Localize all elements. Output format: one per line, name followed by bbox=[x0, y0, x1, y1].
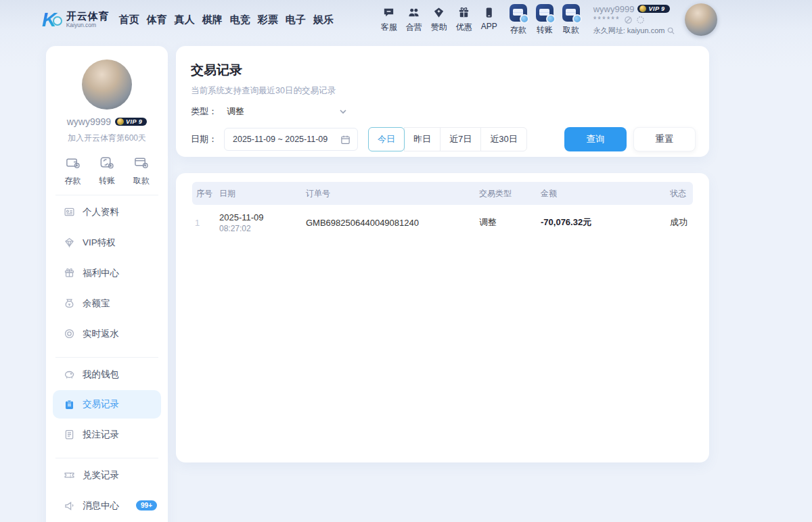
profile-avatar[interactable] bbox=[82, 60, 132, 110]
withdraw-button[interactable]: 取款 bbox=[562, 4, 580, 36]
table-row: 1 2025-11-09 08:27:02 GMB698250644004908… bbox=[192, 205, 693, 240]
profile-username: wywy9999 bbox=[67, 116, 111, 127]
piggy-bank-icon bbox=[64, 369, 75, 380]
deposit-button[interactable]: 存款 bbox=[510, 4, 527, 36]
type-filter: 类型： 调整 bbox=[191, 105, 348, 118]
megaphone-icon bbox=[64, 500, 75, 511]
quick-actions: 存款 转账 取款 bbox=[46, 155, 168, 187]
filter-panel: 交易记录 当前系统支持查询最近30日的交易记录 类型： 调整 日期： 2025-… bbox=[176, 46, 709, 157]
nav-item-cards[interactable]: 棋牌 bbox=[202, 14, 223, 26]
brand-k-icon: K bbox=[42, 9, 62, 30]
nav-item-sports[interactable]: 体育 bbox=[147, 14, 167, 26]
joined-days-label: 加入开云体育第600天 bbox=[46, 133, 168, 144]
sidebar-item-yuebao[interactable]: 余额宝 bbox=[46, 288, 168, 318]
type-label: 类型： bbox=[191, 105, 217, 118]
brand-name: 开云体育 bbox=[66, 11, 110, 22]
col-order: 订单号 bbox=[306, 188, 479, 199]
range-yesterday-button[interactable]: 昨日 bbox=[404, 127, 441, 151]
sidebar-item-bets[interactable]: 投注记录 bbox=[46, 419, 168, 450]
nav-item-lottery[interactable]: 彩票 bbox=[258, 14, 278, 26]
transaction-record-icon bbox=[64, 399, 75, 410]
partners-icon bbox=[407, 6, 420, 19]
row-time: 08:27:02 bbox=[219, 224, 306, 233]
wallet-outline-icon bbox=[65, 155, 81, 170]
nav-item-live[interactable]: 真人 bbox=[175, 14, 195, 26]
app-icon bbox=[482, 6, 495, 19]
search-icon[interactable] bbox=[667, 26, 675, 35]
permanent-url: 永久网址: kaiyun.com bbox=[593, 26, 676, 36]
app-download-button[interactable]: APP bbox=[481, 6, 497, 33]
sidebar-item-messages[interactable]: 消息中心 99+ bbox=[46, 490, 168, 521]
user-info: wywy9999 VIP 9 ****** 永久网址: kaiyun.com bbox=[593, 4, 676, 36]
ticket-icon bbox=[64, 469, 75, 481]
profile-section: wywy9999 VIP 9 加入开云体育第600天 存款 转账 取款 bbox=[46, 46, 168, 187]
row-order-number: GMB6982506440049081240 bbox=[306, 218, 479, 228]
col-index: 序号 bbox=[192, 188, 219, 199]
card-outline-icon bbox=[133, 155, 149, 170]
date-filter: 日期： 2025-11-09 ~ 2025-11-09 今日 昨日 近7日 近3… bbox=[191, 127, 696, 151]
row-date: 2025-11-09 08:27:02 bbox=[219, 212, 306, 233]
type-select[interactable]: 调整 bbox=[227, 105, 244, 118]
page-subtitle: 当前系统支持查询最近30日的交易记录 bbox=[191, 85, 696, 97]
username: wywy9999 bbox=[593, 4, 635, 14]
row-amount: -70,076.32元 bbox=[541, 216, 670, 229]
query-button[interactable]: 查询 bbox=[564, 127, 627, 151]
sidebar-item-vip[interactable]: VIP特权 bbox=[46, 227, 168, 258]
row-status: 成功 bbox=[670, 216, 693, 229]
row-index: 1 bbox=[192, 218, 219, 228]
chat-icon bbox=[382, 6, 395, 19]
range-30days-button[interactable]: 近30日 bbox=[480, 127, 526, 151]
money-bag-icon bbox=[64, 298, 75, 309]
vip-gem-icon bbox=[639, 5, 646, 12]
range-7days-button[interactable]: 近7日 bbox=[440, 127, 481, 151]
customer-service-button[interactable]: 客服 bbox=[381, 6, 397, 33]
sidebar-deposit-button[interactable]: 存款 bbox=[64, 155, 81, 187]
chevron-down-icon[interactable] bbox=[338, 107, 348, 116]
sidebar-transfer-button[interactable]: 转账 bbox=[99, 155, 115, 187]
range-today-button[interactable]: 今日 bbox=[368, 127, 405, 151]
message-count-badge: 99+ bbox=[136, 500, 157, 511]
col-amount: 金额 bbox=[541, 188, 670, 199]
sidebar-item-profile[interactable]: 个人资料 bbox=[46, 197, 168, 227]
date-range-presets: 今日 昨日 近7日 近30日 bbox=[369, 127, 527, 151]
sidebar-item-benefits[interactable]: 福利中心 bbox=[46, 258, 168, 288]
table-header: 序号 日期 订单号 交易类型 金额 状态 bbox=[192, 182, 693, 205]
nav-item-home[interactable]: 首页 bbox=[119, 14, 139, 26]
top-header: K 开云体育 Kaiyun.com 首页 体育 真人 棋牌 电竞 彩票 电子 娱… bbox=[0, 0, 812, 39]
vip-diamond-icon bbox=[64, 237, 75, 248]
sponsor-button[interactable]: 赞助 bbox=[431, 6, 447, 33]
eye-hidden-icon[interactable] bbox=[624, 16, 633, 24]
date-range-input[interactable]: 2025-11-09 ~ 2025-11-09 bbox=[224, 128, 358, 151]
nav-item-slots[interactable]: 电子 bbox=[286, 14, 306, 26]
deposit-card-icon bbox=[510, 4, 527, 22]
sidebar-item-transactions[interactable]: 交易记录 bbox=[53, 390, 161, 419]
brand-logo[interactable]: K 开云体育 Kaiyun.com bbox=[42, 9, 110, 30]
sidebar-withdraw-button[interactable]: 取款 bbox=[133, 155, 150, 187]
id-card-icon bbox=[64, 206, 75, 218]
vip-badge: VIP 9 bbox=[637, 5, 669, 13]
reset-button[interactable]: 重置 bbox=[633, 127, 696, 151]
gift-icon bbox=[64, 267, 75, 279]
wallet-buttons: 存款 转账 取款 bbox=[510, 4, 580, 36]
promo-icon bbox=[457, 6, 470, 19]
divider bbox=[55, 357, 158, 358]
col-status: 状态 bbox=[670, 188, 693, 199]
vip-gem-icon bbox=[117, 118, 124, 125]
refresh-icon[interactable] bbox=[636, 16, 645, 24]
sidebar-item-rebate[interactable]: 实时返水 bbox=[46, 318, 168, 349]
transfer-button[interactable]: 转账 bbox=[536, 4, 554, 36]
col-date: 日期 bbox=[219, 188, 306, 199]
promotions-button[interactable]: 优惠 bbox=[456, 6, 472, 33]
divider bbox=[55, 458, 158, 458]
nav-item-entertainment[interactable]: 娱乐 bbox=[313, 14, 334, 26]
brand-domain: Kaiyun.com bbox=[66, 22, 110, 28]
user-avatar[interactable] bbox=[685, 3, 717, 36]
partnership-button[interactable]: 合营 bbox=[406, 6, 422, 33]
sidebar-item-wallet[interactable]: 我的钱包 bbox=[46, 359, 168, 389]
transfer-card-icon bbox=[536, 4, 554, 22]
sponsor-icon bbox=[432, 6, 445, 19]
col-type: 交易类型 bbox=[479, 188, 541, 199]
sidebar-item-prizes[interactable]: 兑奖记录 bbox=[46, 460, 168, 490]
nav-item-esports[interactable]: 电竞 bbox=[230, 14, 250, 26]
row-type: 调整 bbox=[479, 216, 541, 229]
